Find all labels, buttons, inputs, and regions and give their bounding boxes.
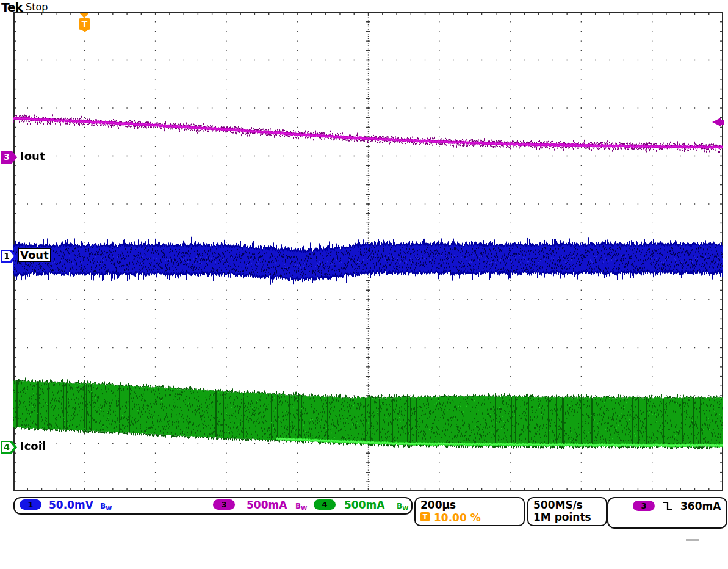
horizontal-readout-box[interactable]: 200µs T 10.00 % — [414, 497, 525, 526]
trigger-readout-box[interactable]: 3 360mA — [607, 497, 727, 529]
ch1-label: Vout — [18, 248, 51, 262]
channel-readouts-box[interactable]: 1 50.0mV BW 3 500mA BW 4 500mA BW — [13, 497, 413, 515]
trigger-position-triangle-icon[interactable] — [79, 13, 89, 18]
sample-rate-readout: 500MS/s — [533, 499, 583, 511]
trigger-level-arrow-icon[interactable] — [712, 118, 721, 126]
ch3-bandwidth-limit-icon: BW — [295, 499, 307, 512]
ch4-badge[interactable]: 4 — [314, 499, 336, 510]
ch3-label: Iout — [20, 150, 45, 162]
trigger-level-arrow-tail — [721, 120, 724, 125]
trigger-level-readout: 360mA — [680, 500, 721, 512]
ch1-reference-marker[interactable]: 1 — [1, 250, 17, 263]
timebase-readout: 200µs — [420, 499, 456, 511]
ch3-reference-marker[interactable]: 3 — [1, 151, 17, 164]
ch4-scale-readout: 500mA — [344, 499, 384, 511]
waveform-display — [13, 12, 723, 491]
trigger-source-badge: 3 — [633, 501, 655, 511]
trigger-position-readout: 10.00 % — [434, 512, 481, 524]
ch3-badge[interactable]: 3 — [213, 499, 235, 510]
ch1-scale-readout: 50.0mV — [49, 499, 93, 511]
ch1-badge[interactable]: 1 — [20, 499, 41, 510]
record-length-readout: 1M points — [533, 511, 591, 523]
ch4-label: Icoil — [20, 440, 46, 452]
divider-dash — [686, 539, 699, 541]
trigger-t-icon: T — [420, 512, 430, 521]
trigger-position-marker[interactable]: T — [79, 18, 90, 30]
acquisition-readout-box[interactable]: 500MS/s 1M points — [527, 497, 607, 526]
falling-edge-icon — [662, 501, 673, 510]
ch4-reference-marker[interactable]: 4 — [1, 441, 17, 454]
ch1-bandwidth-limit-icon: BW — [100, 499, 112, 512]
ch4-bandwidth-limit-icon: BW — [397, 499, 408, 512]
ch3-scale-readout: 500mA — [247, 499, 287, 511]
trigger-position-marker-point — [82, 29, 88, 32]
acquisition-state: Stop — [26, 1, 48, 13]
oscilloscope-screen: Tek Stop T 3 Iout 1 Vout 4 Icoil 1 50.0m… — [0, 0, 728, 569]
